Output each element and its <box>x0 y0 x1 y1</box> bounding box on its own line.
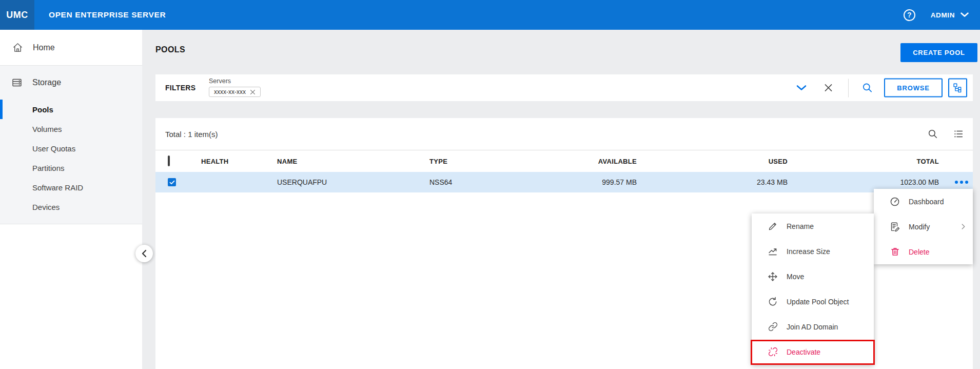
menu-item-increase-size[interactable]: Increase Size <box>752 239 874 264</box>
search-icon[interactable] <box>928 129 938 139</box>
filters-bar: FILTERS Servers xxxx-xx-xxx BROWSE <box>155 74 973 101</box>
menu-item-label: Delete <box>909 248 929 256</box>
browse-button[interactable]: BROWSE <box>884 79 943 98</box>
unlink-icon <box>767 347 778 357</box>
list-view-icon[interactable] <box>953 129 964 139</box>
row-checkbox[interactable] <box>168 178 176 186</box>
sidebar-collapse-button[interactable] <box>135 245 153 262</box>
column-header-used: USED <box>769 158 788 165</box>
menu-item-label: Join AD Domain <box>787 323 838 331</box>
trend-up-icon <box>767 246 778 257</box>
sidebar-item-volumes[interactable]: Volumes <box>0 119 142 139</box>
pool-used: 23.43 MB <box>757 178 788 186</box>
table-row[interactable]: USERQUAFPU NSS64 999.57 MB 23.43 MB 1023… <box>155 172 973 192</box>
column-header-health: HEALTH <box>201 158 229 165</box>
tree-view-icon <box>953 83 963 93</box>
link-icon <box>767 322 778 332</box>
create-pool-button[interactable]: CREATE POOL <box>900 43 977 62</box>
pool-available: 999.57 MB <box>602 178 637 186</box>
close-icon[interactable] <box>250 89 256 95</box>
home-icon <box>12 42 23 53</box>
storage-icon <box>11 77 23 88</box>
servers-filter-group: Servers xxxx-xx-xxx <box>209 77 261 97</box>
sidebar-item-label: Home <box>33 43 55 52</box>
pool-total: 1023.00 MB <box>900 178 939 186</box>
product-title: OPEN ENTERPRISE SERVER <box>49 10 166 20</box>
pool-name[interactable]: USERQUAFPU <box>277 178 327 186</box>
column-header-total: TOTAL <box>916 158 939 165</box>
user-name: ADMIN <box>931 11 955 19</box>
sidebar-item-user-quotas[interactable]: User Quotas <box>0 139 142 158</box>
menu-item-update-pool-object[interactable]: Update Pool Object <box>752 289 874 314</box>
sidebar-item-partitions[interactable]: Partitions <box>0 158 142 178</box>
sidebar-item-software-raid[interactable]: Software RAID <box>0 178 142 197</box>
servers-filter-label: Servers <box>209 77 261 85</box>
menu-item-rename[interactable]: Rename <box>752 213 874 239</box>
pencil-icon <box>767 221 778 231</box>
pool-actions-menu: Rename Increase Size Move Update Pool Ob… <box>752 213 874 364</box>
menu-item-delete[interactable]: Delete <box>874 239 973 264</box>
menu-item-modify[interactable]: Modify <box>874 214 973 239</box>
app-window: UMC OPEN ENTERPRISE SERVER ? ADMIN Home <box>0 0 980 369</box>
sidebar-item-devices[interactable]: Devices <box>0 197 142 217</box>
chevron-right-icon <box>961 223 966 230</box>
search-icon[interactable] <box>862 83 873 93</box>
expand-filters-chevron-down-icon[interactable] <box>796 85 807 91</box>
server-filter-chip-value: xxxx-xx-xxx <box>214 88 246 95</box>
pool-overflow-menu: Dashboard Modify Delete <box>874 189 973 264</box>
divider <box>848 79 849 97</box>
menu-item-label: Deactivate <box>787 348 820 356</box>
menu-item-dashboard[interactable]: Dashboard <box>874 189 973 214</box>
pool-type: NSS64 <box>429 178 452 186</box>
modify-icon <box>889 222 900 232</box>
sidebar: Home Storage Pools Volumes User Quotas P… <box>0 30 142 369</box>
table-header-row: HEALTH NAME TYPE AVAILABLE USED TOTAL <box>155 150 973 172</box>
column-header-available: AVAILABLE <box>598 158 637 165</box>
column-header-name: NAME <box>277 158 297 165</box>
dashboard-gauge-icon <box>889 197 900 207</box>
menu-item-label: Dashboard <box>909 198 944 206</box>
chevron-down-icon <box>961 12 969 17</box>
table-toolbar: Total : 1 item(s) <box>155 118 973 150</box>
refresh-icon <box>767 297 778 307</box>
menu-item-label: Increase Size <box>787 247 830 256</box>
menu-item-label: Modify <box>909 223 930 231</box>
page-title: POOLS <box>155 45 185 54</box>
sidebar-storage-group: Storage Pools Volumes User Quotas Partit… <box>0 66 142 224</box>
menu-item-move[interactable]: Move <box>752 264 874 289</box>
clear-filters-close-icon[interactable] <box>824 84 833 92</box>
top-bar: UMC OPEN ENTERPRISE SERVER ? ADMIN <box>0 0 980 30</box>
user-menu[interactable]: ADMIN <box>931 11 969 19</box>
move-icon <box>767 271 778 282</box>
sidebar-item-label: Storage <box>32 78 61 87</box>
menu-item-label: Move <box>787 273 804 281</box>
column-header-type: TYPE <box>429 158 447 165</box>
sidebar-item-pools[interactable]: Pools <box>0 100 142 119</box>
menu-item-label: Update Pool Object <box>787 298 849 306</box>
tree-view-button[interactable] <box>948 79 967 98</box>
menu-item-label: Rename <box>787 222 814 230</box>
server-filter-chip[interactable]: xxxx-xx-xxx <box>209 87 261 97</box>
row-actions-ellipsis-icon[interactable] <box>955 181 968 184</box>
menu-item-deactivate[interactable]: Deactivate <box>752 339 874 364</box>
chevron-left-icon <box>142 249 147 258</box>
trash-icon <box>889 247 900 257</box>
sidebar-item-storage[interactable]: Storage <box>0 66 142 100</box>
select-all-checkbox[interactable] <box>168 156 170 166</box>
sidebar-item-home[interactable]: Home <box>0 30 142 66</box>
total-items-count: Total : 1 item(s) <box>165 130 218 139</box>
filters-label: FILTERS <box>165 84 195 92</box>
help-icon[interactable]: ? <box>904 9 915 21</box>
umc-logo[interactable]: UMC <box>0 0 34 30</box>
menu-item-join-ad-domain[interactable]: Join AD Domain <box>752 314 874 339</box>
